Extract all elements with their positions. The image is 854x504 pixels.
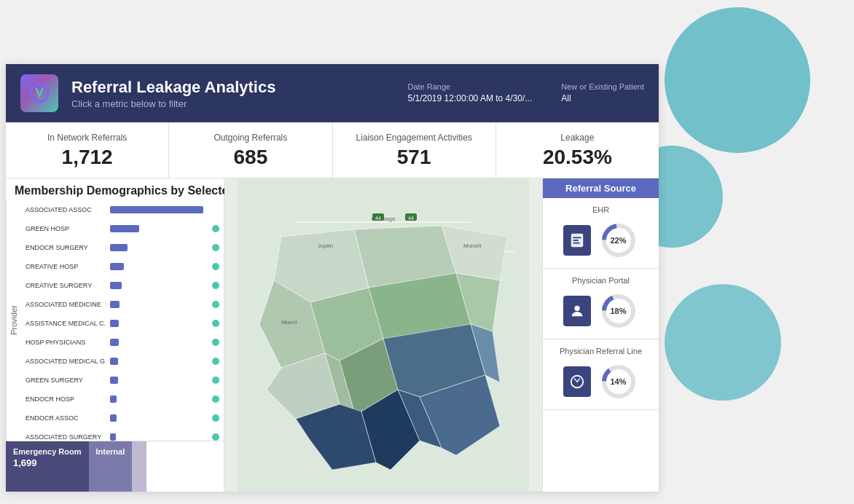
provider-bar — [110, 225, 139, 232]
date-range-label: Date Range — [407, 82, 532, 91]
app-subtitle: Click a metric below to filter — [71, 98, 394, 109]
provider-row[interactable]: ASSOCIATED SURGERY — [21, 428, 224, 441]
provider-bar-container — [110, 206, 219, 213]
metric-cell[interactable]: Leakage 20.53% — [496, 122, 659, 178]
provider-row[interactable]: ASSOCIATED ASSOC — [21, 200, 224, 219]
svg-text:44: 44 — [375, 216, 381, 221]
provider-bar-container — [110, 433, 208, 441]
provider-dot — [212, 395, 219, 403]
referral-section[interactable]: Physician Referral Line 14% — [543, 339, 659, 410]
provider-bar — [110, 206, 203, 213]
left-panel: Membership Demographics by Selected Metr… — [6, 178, 224, 492]
provider-row[interactable]: ASSISTANCE MEDICAL C... — [21, 314, 224, 333]
metric-cell[interactable]: Liaison Engagement Activities 571 — [333, 122, 496, 178]
donut-label: 18% — [610, 307, 626, 315]
date-range-filter[interactable]: Date Range 5/1/2019 12:00:00 AM to 4/30/… — [407, 82, 532, 104]
provider-dot — [212, 244, 219, 251]
bottom-bar-item[interactable]: Emergency Room 1,699 — [6, 441, 89, 492]
decorative-circle-1 — [665, 7, 810, 153]
dashboard-container: Referral Leakage Analytics Click a metri… — [6, 64, 659, 492]
provider-name: ASSOCIATED ASSOC — [26, 206, 106, 213]
provider-name: ENDOCR ASSOC — [26, 414, 106, 422]
referral-source-header: Referral Source — [543, 178, 659, 198]
referral-section[interactable]: EHR 22% — [543, 198, 659, 269]
donut-chart: 22% — [598, 220, 639, 261]
svg-rect-30 — [573, 243, 579, 244]
decorative-circle-3 — [665, 284, 781, 401]
donut-label: 22% — [610, 236, 626, 245]
svg-rect-28 — [573, 237, 581, 238]
referral-section-title: Physician Portal — [549, 276, 653, 285]
provider-bar-container — [110, 225, 208, 232]
provider-bar-container — [110, 358, 208, 365]
provider-bar — [110, 395, 117, 403]
bottom-bar-chart: Emergency Room 1,699 Internal — [6, 441, 224, 492]
metric-cell[interactable]: Outgoing Referrals 685 — [169, 122, 332, 178]
provider-name: ASSOCIATED SURGERY — [26, 433, 106, 441]
provider-bar — [110, 433, 116, 441]
provider-dot — [212, 377, 219, 384]
patient-label: New or Existing Patient — [561, 82, 644, 91]
provider-dot — [212, 433, 219, 441]
referral-section[interactable]: Physician Portal 18% — [543, 269, 659, 339]
app-title: Referral Leakage Analytics — [71, 78, 394, 97]
provider-name: ASSOCIATED MEDICINE — [26, 301, 106, 308]
patient-filter[interactable]: New or Existing Patient All — [561, 82, 644, 104]
provider-dot — [212, 358, 219, 365]
provider-row[interactable]: CREATIVE HOSP — [21, 257, 224, 276]
provider-dot — [212, 263, 219, 270]
provider-name: CREATIVE SURGERY — [26, 282, 106, 289]
metrics-row: In Network Referrals 1,712 Outgoing Refe… — [6, 122, 659, 178]
bottom-bar-item[interactable]: Internal — [89, 441, 133, 492]
metric-value: 571 — [345, 146, 484, 169]
provider-list: ASSOCIATED ASSOC GREEN HOSP ENDOCR SURGE… — [21, 200, 224, 441]
provider-name: ENDOCR SURGERY — [26, 244, 106, 251]
provider-row[interactable]: GREEN SURGERY — [21, 371, 224, 390]
provider-row[interactable]: ASSOCIATED MEDICAL G... — [21, 352, 224, 371]
content-area: Membership Demographics by Selected Metr… — [6, 178, 659, 492]
provider-name: ASSISTANCE MEDICAL C... — [26, 320, 106, 327]
map-svg: Carthage Joplin Monett Miami 44 44 — [224, 178, 542, 492]
provider-bar — [110, 320, 119, 327]
svg-point-33 — [574, 306, 579, 311]
provider-row[interactable]: ASSOCIATED MEDICINE — [21, 295, 224, 314]
provider-chart: Provider ASSOCIATED ASSOC GREEN HOSP END… — [6, 200, 224, 441]
provider-bar — [110, 263, 124, 270]
provider-dot — [212, 225, 219, 232]
provider-row[interactable]: ENDOCR HOSP — [21, 390, 224, 409]
svg-rect-29 — [573, 240, 578, 241]
donut-chart: 18% — [598, 291, 639, 331]
provider-row[interactable]: ENDOCR SURGERY — [21, 238, 224, 257]
referral-section-title: EHR — [549, 205, 653, 214]
provider-bar — [110, 301, 120, 308]
provider-bar-container — [110, 395, 208, 403]
referral-source-panel: Referral Source EHR 22% Physician Portal — [542, 178, 659, 492]
provider-name: GREEN SURGERY — [26, 377, 106, 384]
referral-section-title: Physician Referral Line — [549, 347, 653, 355]
provider-bar-container — [110, 263, 208, 270]
provider-dot — [212, 320, 219, 327]
provider-bar — [110, 377, 118, 384]
provider-axis-label: Provider — [6, 200, 21, 441]
provider-row[interactable]: HOSP PHYSICIANS — [21, 333, 224, 352]
provider-bar — [110, 414, 117, 422]
provider-row[interactable]: CREATIVE SURGERY — [21, 276, 224, 295]
metric-cell[interactable]: In Network Referrals 1,712 — [6, 122, 169, 178]
provider-row[interactable]: ENDOCR ASSOC — [21, 409, 224, 428]
provider-name: ASSOCIATED MEDICAL G... — [26, 358, 106, 365]
provider-bar-container — [110, 282, 208, 289]
bar-item-label: Internal — [96, 447, 125, 456]
provider-name: CREATIVE HOSP — [26, 263, 106, 270]
dashboard-header: Referral Leakage Analytics Click a metri… — [6, 64, 659, 122]
provider-bar-container — [110, 414, 208, 422]
provider-bar-container — [110, 339, 208, 346]
referral-icon — [563, 366, 591, 397]
provider-bar-container — [110, 320, 208, 327]
referral-icon — [563, 296, 591, 326]
bottom-bar-item[interactable] — [132, 441, 146, 492]
svg-text:Joplin: Joplin — [318, 243, 333, 249]
provider-bar-container — [110, 244, 208, 251]
provider-row[interactable]: GREEN HOSP — [21, 219, 224, 238]
donut-chart: 14% — [598, 361, 639, 402]
provider-bar — [110, 358, 118, 365]
